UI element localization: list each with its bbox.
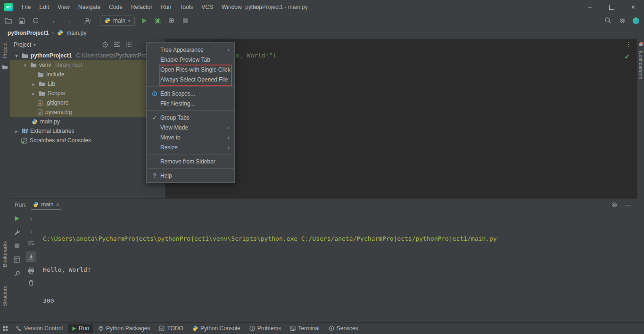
menu-item-tree-appearance[interactable]: Tree Appearance ›: [147, 45, 234, 55]
tree-item-scratches[interactable]: Scratches and Consoles: [10, 136, 165, 145]
run-config-label: main: [113, 17, 125, 24]
tool-window-button-notifications[interactable]: Notifications: [638, 51, 644, 79]
menu-view[interactable]: View: [53, 1, 74, 13]
menu-item-remove-from-sidebar[interactable]: Remove from Sidebar: [147, 156, 234, 166]
project-panel-title[interactable]: Project: [14, 41, 31, 48]
menu-item-view-mode[interactable]: View Mode ›: [147, 122, 234, 132]
chevron-right-icon[interactable]: ▸: [31, 91, 36, 96]
notifications-bell-icon[interactable]: [638, 42, 644, 48]
clear-all-icon[interactable]: [27, 279, 35, 286]
toolbar-separator: [45, 17, 45, 24]
menu-vcs[interactable]: VCS: [197, 1, 217, 13]
pin-icon[interactable]: [13, 269, 21, 277]
gear-icon[interactable]: [611, 202, 618, 208]
scopes-icon: [152, 91, 157, 97]
chevron-right-icon[interactable]: ▸: [31, 81, 36, 87]
save-icon[interactable]: [17, 16, 26, 25]
run-config-selector[interactable]: main ▾: [100, 16, 135, 26]
tool-window-button-python-console[interactable]: Python Console: [189, 324, 244, 333]
tool-window-button-problems[interactable]: Problems: [246, 324, 285, 333]
python-console-icon: [192, 326, 198, 331]
menu-item-move-to[interactable]: Move to ›: [147, 132, 234, 142]
console-line: Hello, World!: [43, 265, 634, 275]
chevron-right-icon[interactable]: ▸: [14, 129, 19, 134]
menu-file[interactable]: File: [17, 1, 35, 13]
tool-window-button-version-control[interactable]: Version Control: [12, 324, 66, 333]
up-stack-trace-icon[interactable]: ↑: [27, 215, 35, 222]
tree-item-main-py[interactable]: main.py: [10, 117, 165, 126]
menu-item-always-select-opened-file[interactable]: Always Select Opened File: [147, 74, 234, 84]
tree-item-pyvenv-cfg[interactable]: pyvenv.cfg: [10, 107, 165, 117]
tool-window-switcher-icon[interactable]: [2, 326, 8, 331]
menu-code[interactable]: Code: [105, 1, 127, 13]
stop-button[interactable]: [181, 16, 190, 25]
tree-item-include[interactable]: Include: [10, 70, 165, 79]
tree-item-pythonproject1[interactable]: ▾ pythonProject1 C:\Users\aneta\PycharmP…: [10, 51, 165, 60]
modify-run-configuration-icon[interactable]: [13, 228, 21, 236]
menu-item-resize[interactable]: Resize ›: [147, 142, 234, 152]
rerun-button[interactable]: [13, 215, 21, 222]
minimize-button[interactable]: –: [579, 0, 601, 14]
menu-window[interactable]: Window: [217, 1, 246, 13]
stop-button[interactable]: [13, 242, 21, 250]
menu-item-enable-preview-tab[interactable]: Enable Preview Tab: [147, 55, 234, 65]
tool-window-button-structure[interactable]: Structure: [2, 285, 8, 307]
profile-icon[interactable]: [83, 16, 92, 25]
tool-window-button-run[interactable]: Run: [68, 324, 93, 333]
menu-item-edit-scopes[interactable]: Edit Scopes...: [147, 89, 234, 98]
forward-icon[interactable]: →: [64, 16, 73, 25]
menu-refactor[interactable]: Refactor: [127, 1, 157, 13]
tool-window-button-terminal[interactable]: Terminal: [286, 324, 323, 333]
chevron-down-icon[interactable]: ▾: [14, 53, 19, 58]
run-console-output[interactable]: C:\Users\aneta\PycharmProjects\pythonPro…: [43, 213, 634, 323]
run-button[interactable]: [140, 16, 149, 25]
back-icon[interactable]: ←: [50, 16, 59, 25]
settings-gear-icon[interactable]: [618, 16, 627, 25]
sync-icon[interactable]: [31, 16, 40, 25]
menu-navigate[interactable]: Navigate: [74, 1, 105, 13]
tool-window-button-project[interactable]: Project: [2, 42, 8, 58]
inspection-ok-icon[interactable]: ✓: [624, 53, 630, 60]
print-icon[interactable]: [27, 267, 35, 274]
menu-item-open-files-single-click[interactable]: Open Files with Single Click: [147, 65, 234, 74]
collapse-all-icon[interactable]: [114, 42, 120, 48]
code-with-me-icon[interactable]: [633, 17, 639, 24]
menu-tools[interactable]: Tools: [175, 1, 197, 13]
editor-area[interactable]: o, World!") ⋮ ✓: [165, 39, 637, 198]
debug-button[interactable]: [154, 16, 162, 25]
menu-item-group-tabs[interactable]: ✓ Group Tabs: [147, 113, 234, 122]
menu-item-file-nesting[interactable]: File Nesting...: [147, 98, 234, 108]
restore-layout-icon[interactable]: [13, 256, 21, 263]
soft-wrap-icon[interactable]: [27, 239, 35, 247]
maximize-button[interactable]: [601, 0, 622, 14]
expand-settings-icon[interactable]: [125, 42, 132, 48]
tree-item-gitignore[interactable]: .gitignore: [10, 98, 165, 107]
window-title: pythonProject1 - main.py: [245, 4, 308, 10]
run-tab-main[interactable]: main ×: [31, 200, 61, 210]
tool-window-button-python-packages[interactable]: Python Packages: [94, 324, 154, 333]
menu-edit[interactable]: Edit: [35, 1, 53, 13]
select-opened-file-icon[interactable]: [102, 41, 108, 48]
menu-item-help[interactable]: ? Help: [147, 171, 234, 180]
tool-window-button-todo[interactable]: TODO: [155, 324, 187, 333]
tool-window-button-bookmarks[interactable]: Bookmarks: [2, 241, 8, 267]
breadcrumb-project[interactable]: pythonProject1: [8, 30, 49, 36]
close-button[interactable]: ×: [622, 0, 644, 14]
search-icon[interactable]: [603, 16, 612, 25]
breadcrumb-file[interactable]: main.py: [66, 30, 86, 36]
tool-window-button-services[interactable]: Services: [325, 324, 362, 333]
hide-panel-icon[interactable]: —: [625, 202, 631, 208]
tree-item-external-libraries[interactable]: ▸ External Libraries: [10, 126, 165, 136]
coverage-icon[interactable]: [167, 16, 176, 25]
editor-more-icon[interactable]: ⋮: [625, 41, 632, 48]
chevron-down-icon[interactable]: ▾: [22, 63, 28, 68]
close-tab-icon[interactable]: ×: [56, 201, 59, 208]
tree-item-lib[interactable]: ▸ Lib: [10, 79, 165, 89]
down-stack-trace-icon[interactable]: ↓: [27, 227, 35, 235]
tree-item-scripts[interactable]: ▸ Scripts: [10, 89, 165, 98]
open-folder-icon[interactable]: [4, 16, 12, 25]
tree-item-venv[interactable]: ▾ venv library root: [10, 60, 165, 70]
tree-item-label: Scratches and Consoles: [30, 137, 91, 144]
scroll-to-end-icon[interactable]: [26, 252, 36, 262]
menu-run[interactable]: Run: [157, 1, 175, 13]
